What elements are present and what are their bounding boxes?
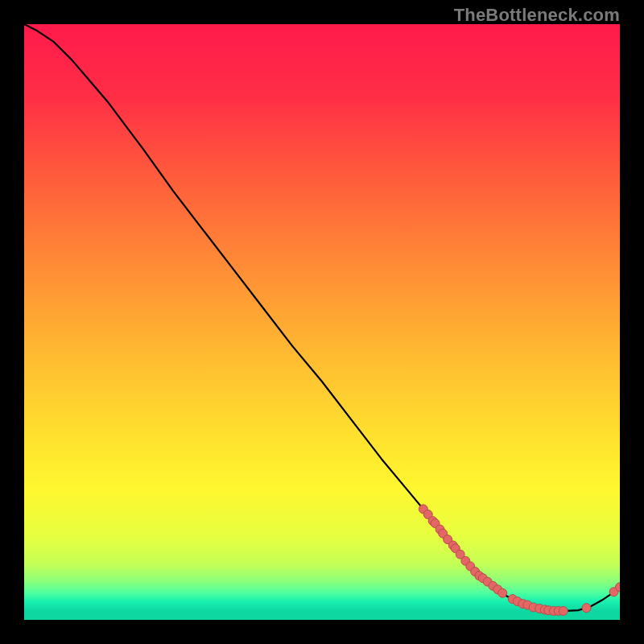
svg-rect-0 bbox=[24, 24, 620, 620]
plot-area bbox=[24, 24, 620, 620]
watermark-text: TheBottleneck.com bbox=[454, 5, 620, 26]
background-gradient bbox=[24, 24, 620, 620]
chart-stage: TheBottleneck.com bbox=[0, 0, 644, 644]
